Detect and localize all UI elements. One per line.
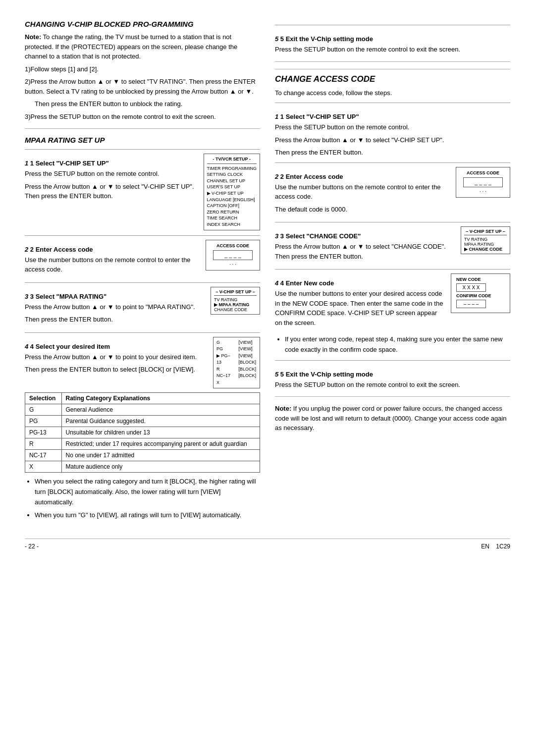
ac-dots-left: · · · [211, 262, 255, 267]
page: CHANGING V-CHIP BLOCKED PRO-GRAMMING Not… [25, 20, 510, 550]
table-cell-selection: PG [25, 416, 62, 427]
mpaa-step4-row: 4 4 Select your desired item Press the A… [25, 337, 260, 389]
section2-title: MPAA RATING SET UP [25, 136, 260, 144]
step2b-text: Then press the ENTER button to unblock t… [25, 99, 260, 109]
rating-table: Selection Rating Category Explanations G… [25, 392, 260, 473]
divider-right1 [275, 61, 510, 62]
ca-step1-block: 1 1 Select "V-CHIP SET UP" Press the SET… [275, 103, 510, 158]
ca-step3-p1: Press the Arrow button ▲ or ▼ to select … [275, 242, 456, 261]
table-row: RRestricted; under 17 requires accompany… [25, 438, 260, 450]
step1-text: 1)Follow steps [1] and [2]. [25, 64, 260, 74]
divider-right2 [275, 396, 510, 397]
mpaa-step4-header: 4 4 Select your desired item [25, 343, 208, 350]
mpaa-step1-row: 1 1 Select "V-CHIP SET UP" Press the SET… [25, 154, 260, 230]
mpaa-step2-header: 2 2 Enter Access code [25, 246, 201, 253]
mpaa-step1-p2: Press the Arrow button ▲ or ▼ to select … [25, 182, 199, 201]
ca-step1-p2: Press the Arrow button ▲ or ▼ to select … [275, 135, 510, 145]
table-cell-selection: R [25, 438, 62, 450]
ca-step2-row: 2 2 Enter Access code Use the number but… [275, 167, 510, 217]
mpaa-step3-p1: Press the Arrow button ▲ or ▼ to point t… [25, 302, 206, 312]
note-text: To change the rating, the TV must be tur… [25, 33, 237, 60]
ca-step2-text: 2 2 Enter Access code Use the number but… [275, 167, 451, 217]
bullet1: When you select the rating category and … [35, 477, 260, 507]
ac-title-left: ACCESS CODE [211, 243, 255, 248]
ca-step1-p1: Press the SETUP button on the remote con… [275, 122, 510, 132]
ca-step4-block: 4 4 Enter New code Use the number button… [275, 269, 510, 330]
ac-dots-right: · · · [461, 189, 505, 194]
mpaa-step3-text: 3 3 Select "MPAA RATING" Press the Arrow… [25, 287, 206, 327]
note2-label: Note: [275, 405, 291, 412]
mpaa-step3-header: 3 3 Select "MPAA RATING" [25, 293, 206, 300]
table-row: NC-17No one under 17 admitted [25, 450, 260, 461]
note2-paragraph: Note: If you unplug the power cord or po… [275, 404, 510, 433]
mpaa-step3-row: 3 3 Select "MPAA RATING" Press the Arrow… [25, 287, 260, 327]
table-row: XMature audience only [25, 461, 260, 473]
mpaa-step3-p2: Then press the ENTER button. [25, 315, 206, 324]
ca-step3-header: 3 3 Select "CHANGE CODE" [275, 232, 456, 240]
ca-step3-block: 3 3 Select "CHANGE CODE" Press the Arrow… [275, 222, 510, 264]
table-row: PGParental Guidance suggested. [25, 416, 260, 427]
note2-text: If you unplug the power cord or power fa… [275, 405, 507, 432]
ca-step4-p1: Use the number buttons to enter your des… [275, 289, 446, 327]
table-cell-selection: PG-13 [25, 427, 62, 438]
mpaa-step2-row: 2 2 Enter Access code Use the number but… [25, 240, 260, 277]
mpaa-step1-p1: Press the SETUP button on the remote con… [25, 169, 199, 179]
table-cell-selection: X [25, 461, 62, 473]
table-cell-selection: NC-17 [25, 450, 62, 461]
table-col1: Selection [25, 393, 62, 404]
step2-text: 2)Press the Arrow button ▲ or ▼ to selec… [25, 77, 260, 96]
ca-bullets: If you enter wrong code, repeat step 4, … [275, 334, 510, 355]
right-step5-text: Press the SETUP button on the remote con… [275, 45, 510, 54]
right-step5-header: 5 5 Exit the V-Chip setting mode [275, 35, 510, 43]
main-content: CHANGING V-CHIP BLOCKED PRO-GRAMMING Not… [25, 20, 510, 524]
table-col2: Rating Category Explanations [61, 393, 260, 404]
ca-step5-header: 5 5 Exit the V-Chip setting mode [275, 371, 510, 378]
ca-step2-block: 2 2 Enter Access code Use the number but… [275, 162, 510, 217]
page-number: - 22 - [25, 543, 39, 550]
ca-step3-text: 3 3 Select "CHANGE CODE" Press the Arrow… [275, 226, 456, 264]
right-step5-top: 5 5 Exit the V-Chip setting mode Press t… [275, 25, 510, 54]
mpaa-step2-p1: Use the number buttons on the remote con… [25, 255, 201, 274]
ca-bullet1: If you enter wrong code, repeat step 4, … [285, 334, 510, 355]
new-code-screen: NEW CODE X X X X CONFIRM CODE – – – – [451, 273, 510, 313]
mpaa-step1-block: 1 1 Select "V-CHIP SET UP" Press the SET… [25, 149, 260, 230]
page-footer: - 22 - EN 1C29 [25, 539, 510, 550]
mpaa-step4-text: 4 4 Select your desired item Press the A… [25, 337, 208, 378]
mpaa-step2-block: 2 2 Enter Access code Use the number but… [25, 235, 260, 277]
desired-item-screen: G PG ▶ PG–13 R NC–17 X [VIEW] [VIEW] [VI… [213, 337, 260, 389]
vchip-change-screen: – V-CHIP SET UP – TV RATING MPAA RATING … [461, 226, 510, 254]
left-column: CHANGING V-CHIP BLOCKED PRO-GRAMMING Not… [25, 20, 260, 524]
vchip-mpaa-screen: – V-CHIP SET UP – TV RATING ▶ MPAA RATIN… [211, 287, 260, 315]
right-column: 5 5 Exit the V-Chip setting mode Press t… [275, 20, 510, 524]
ca-step1-p3: Then press the ENTER button. [275, 148, 510, 158]
access-code-screen-right: ACCESS CODE _ _ _ _ · · · [456, 167, 510, 198]
note-label: Note: [25, 33, 41, 41]
ca-step5-text: Press the SETUP button on the remote con… [275, 380, 510, 390]
ca-step4-text: 4 4 Enter New code Use the number button… [275, 273, 446, 330]
ac-field-right: _ _ _ _ [463, 177, 503, 187]
mpaa-step2-text: 2 2 Enter Access code Use the number but… [25, 240, 201, 277]
table-row: GGeneral Audience [25, 404, 260, 416]
mpaa-step3-block: 3 3 Select "MPAA RATING" Press the Arrow… [25, 282, 260, 327]
step3-text: 3)Press the SETUP button on the remote c… [25, 112, 260, 122]
table-cell-explanation: Unsuitable for children under 13 [61, 427, 260, 438]
change-access-intro: To change access code, follow the steps. [275, 88, 510, 98]
change-access-title: CHANGE ACCESS CODE [275, 69, 510, 84]
table-cell-explanation: No one under 17 admitted [61, 450, 260, 461]
mpaa-step1-header: 1 1 Select "V-CHIP SET UP" [25, 160, 199, 167]
access-code-screen-left: ACCESS CODE _ _ _ _ · · · [206, 240, 260, 270]
ca-step4-row: 4 4 Enter New code Use the number button… [275, 273, 510, 330]
ca-step2-p2: The default code is 0000. [275, 205, 451, 215]
table-cell-explanation: General Audience [61, 404, 260, 416]
left-bullets: When you select the rating category and … [25, 477, 260, 521]
table-row: PG-13Unsuitable for children under 13 [25, 427, 260, 438]
ca-step2-p1: Use the number buttons on the remote con… [275, 182, 451, 202]
mpaa-step4-block: 4 4 Select your desired item Press the A… [25, 332, 260, 389]
ca-step5-block: 5 5 Exit the V-Chip setting mode Press t… [275, 360, 510, 390]
tvcr-menu-screen: - TV/VCR SETUP - TIMER PROGRAMMING SETTI… [204, 154, 261, 230]
table-cell-selection: G [25, 404, 62, 416]
ac-title-right: ACCESS CODE [461, 170, 505, 175]
divider1 [25, 128, 260, 129]
ca-step2-header: 2 2 Enter Access code [275, 173, 451, 180]
mpaa-step4-p1: Press the Arrow button ▲ or ▼ to point t… [25, 352, 208, 362]
